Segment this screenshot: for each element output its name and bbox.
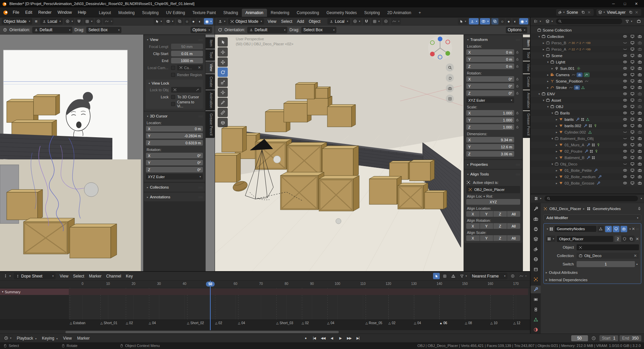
eye-toggle-icon[interactable]: [623, 85, 627, 90]
left-orientation-value[interactable]: Default▾: [32, 27, 72, 33]
eye-toggle-icon[interactable]: [623, 66, 627, 70]
eye-toggle-icon[interactable]: [623, 155, 627, 160]
navigation-gizmo[interactable]: [427, 35, 453, 61]
expand-arrow[interactable]: ▾: [546, 105, 550, 108]
workspace-tab-compositing[interactable]: Compositing: [293, 9, 323, 17]
lock-icon[interactable]: [514, 118, 520, 122]
outliner-search[interactable]: [556, 18, 622, 24]
scene-name[interactable]: Scene: [567, 10, 578, 15]
left-shading-wireframe[interactable]: ○: [184, 18, 190, 24]
expand-arrow[interactable]: ▾: [541, 99, 546, 102]
cameraoff-toggle-icon[interactable]: [638, 41, 642, 45]
properties-tab-world[interactable]: [531, 255, 541, 263]
transform-tool-button[interactable]: [218, 88, 228, 97]
outliner-item-label[interactable]: 01_Murs_A: [565, 143, 584, 147]
minimize-button[interactable]: ─: [608, 0, 619, 7]
align-scale-x-button[interactable]: X: [466, 235, 480, 241]
properties-editor-icon[interactable]: ▾: [533, 195, 543, 202]
properties-tab-constraints[interactable]: [531, 306, 541, 313]
frame-end-field[interactable]: End350: [620, 335, 641, 341]
workspace-tab-animation[interactable]: Animation: [242, 9, 267, 17]
move-tool-button[interactable]: [218, 57, 228, 67]
collections-panel[interactable]: ▸Collections::::: [144, 183, 205, 192]
outliner-item-label[interactable]: Stroke: [556, 86, 567, 90]
outliner-item-label[interactable]: barils: [565, 117, 574, 121]
collection-input-field[interactable]: Obj_Deco✕: [577, 253, 639, 259]
eye-toggle-icon[interactable]: [623, 149, 627, 153]
z-value-field[interactable]: Z0.6319 m: [146, 140, 203, 146]
expand-arrow[interactable]: ▸: [554, 175, 559, 179]
outliner-item-label[interactable]: Asset: [551, 98, 561, 102]
align-tools-title[interactable]: Align Tools: [470, 172, 489, 176]
eye-toggle-icon[interactable]: [623, 181, 627, 185]
menu-edit[interactable]: Edit: [22, 9, 35, 16]
anim-icon[interactable]: [569, 86, 573, 90]
eyeclosed-toggle-icon[interactable]: [623, 130, 627, 134]
annotate-tool-button[interactable]: [218, 98, 228, 107]
timeline-marker[interactable]: △04: [149, 321, 156, 325]
collapsed-menus-button[interactable]: ≡: [34, 19, 39, 24]
outliner-row[interactable]: ▸Stroke: [531, 84, 644, 91]
timeline-marker[interactable]: ▲06: [439, 321, 447, 325]
left-shading-solid[interactable]: ●: [191, 18, 196, 24]
x-value-field[interactable]: X9.34 m: [466, 137, 514, 143]
sidebar-tab-item[interactable]: Item: [523, 37, 530, 49]
dope-falloff-dropdown[interactable]: ▾: [518, 273, 528, 279]
camera-toggle-icon[interactable]: [638, 117, 642, 121]
properties-tab-modifier[interactable]: [531, 286, 541, 293]
key-icon[interactable]: [593, 124, 597, 128]
anim-icon[interactable]: [585, 79, 589, 83]
screen-toggle-icon[interactable]: [630, 168, 635, 172]
camera-toggle-icon[interactable]: [638, 34, 642, 39]
outliner-item-label[interactable]: Collection: [547, 35, 564, 39]
outliner-row[interactable]: ▾Asset: [531, 97, 644, 103]
align-xyz-button[interactable]: XYZ: [466, 199, 520, 205]
screen-toggle-icon[interactable]: [630, 162, 635, 166]
nodes-icon[interactable]: [588, 124, 592, 128]
x-value-field[interactable]: X0°: [146, 153, 203, 158]
wrench-icon[interactable]: [576, 117, 580, 121]
outliner-item-label[interactable]: Batiment_Bois_OBj: [560, 137, 594, 141]
expand-arrow[interactable]: ▸: [546, 86, 550, 89]
add-modifier-button[interactable]: Add Modifier▾: [543, 214, 641, 221]
screen-toggle-icon[interactable]: [630, 130, 635, 134]
wrench-icon[interactable]: [586, 143, 590, 147]
expand-arrow[interactable]: ▸: [541, 41, 546, 45]
sidebar-tab-view[interactable]: View: [206, 61, 215, 74]
screen-toggle-icon[interactable]: [630, 34, 635, 39]
sidebar-tab-tool[interactable]: Tool: [523, 49, 530, 60]
outliner-item-label[interactable]: Barils: [560, 111, 570, 115]
view-lock-title[interactable]: View Lock: [152, 81, 169, 85]
screen-toggle-icon[interactable]: [630, 149, 635, 153]
viewlayer-name[interactable]: ViewLayer: [607, 10, 626, 15]
properties-tab-data[interactable]: [531, 316, 541, 323]
outliner-row[interactable]: ▸Perso_A222+99: [531, 46, 644, 52]
end-field[interactable]: 1000 m: [171, 58, 203, 63]
x-value-field[interactable]: X0 m: [146, 126, 203, 132]
camera-toggle-icon[interactable]: [638, 60, 642, 64]
eye-toggle-icon[interactable]: [623, 53, 627, 58]
eyeclosed-toggle-icon[interactable]: [623, 41, 627, 45]
render-region-checkbox[interactable]: [171, 73, 175, 77]
camera-toggle-icon[interactable]: [638, 53, 642, 58]
annotations-panel[interactable]: ▸Annotations::::: [144, 193, 205, 201]
modifier-on-cage-toggle[interactable]: [597, 226, 604, 232]
eye-toggle-icon[interactable]: [623, 111, 627, 115]
dope-boxselect-toggle[interactable]: [441, 273, 448, 279]
modifier-realtime-toggle[interactable]: [613, 226, 620, 232]
align-rot-x-button[interactable]: X: [466, 223, 480, 229]
new-collection-button[interactable]: [635, 18, 642, 24]
workspace-tab-texture-paint[interactable]: Texture Paint: [189, 9, 220, 17]
screen-toggle-icon[interactable]: [630, 117, 635, 121]
close-button[interactable]: ✕: [631, 0, 642, 7]
properties-tab-render[interactable]: [531, 215, 541, 223]
wrench-icon[interactable]: [596, 181, 600, 185]
wrench-icon[interactable]: [586, 156, 590, 160]
lock-icon[interactable]: [514, 84, 520, 88]
playhead[interactable]: [210, 281, 211, 330]
outliner-row[interactable]: Scene Collection: [531, 27, 644, 33]
eye-toggle-icon[interactable]: [623, 92, 627, 96]
internal-dependencies-section[interactable]: ▸Internal Dependencies: [546, 278, 639, 282]
align-loc-y-button[interactable]: Y: [480, 211, 493, 217]
select-tool-button[interactable]: [218, 37, 228, 47]
